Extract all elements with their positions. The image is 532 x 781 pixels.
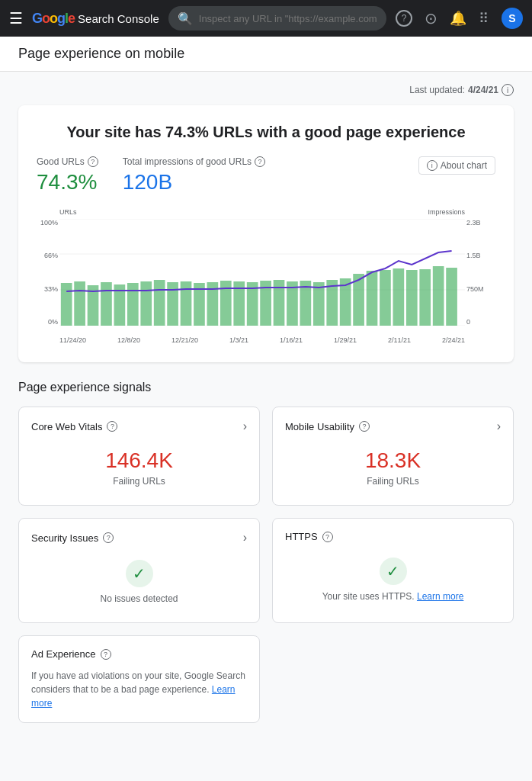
core-web-vitals-chevron-icon[interactable]: ›: [243, 419, 247, 433]
help-icon[interactable]: ?: [396, 10, 412, 27]
core-web-vitals-body: 146.4K Failing URLs: [31, 442, 247, 493]
core-web-vitals-help-icon[interactable]: ?: [107, 421, 117, 432]
https-check-icon: ✓: [386, 562, 399, 580]
x-label-7: 2/24/21: [442, 336, 465, 344]
https-ok-text: Your site uses HTTPS. Learn more: [322, 591, 464, 602]
app-brand-label: Search Console: [78, 12, 159, 25]
hero-title: Your site has 74.3% URLs with a good pag…: [37, 124, 495, 141]
user-avatar[interactable]: S: [502, 8, 523, 29]
mobile-usability-value: 18.3K: [365, 448, 421, 473]
core-web-vitals-title: Core Web Vitals ?: [31, 421, 117, 432]
ad-experience-help-icon[interactable]: ?: [101, 649, 111, 660]
x-label-6: 2/11/21: [388, 336, 411, 344]
svg-rect-33: [446, 268, 457, 326]
nav-actions: ? ⊙ 🔔 ⠿ S: [396, 8, 523, 29]
security-ok-text: No issues detected: [100, 593, 178, 604]
y-right-label-0: 2.3B: [466, 219, 481, 227]
chart-svg: [59, 219, 465, 326]
mobile-usability-chevron-icon[interactable]: ›: [497, 419, 501, 433]
y-right-label-2: 750M: [466, 285, 484, 293]
https-learn-more-link[interactable]: Learn more: [417, 591, 463, 602]
apps-icon[interactable]: ⠿: [479, 10, 489, 27]
x-axis-labels: 11/24/20 12/8/20 12/21/20 1/3/21 1/16/21…: [59, 336, 465, 344]
notifications-icon[interactable]: 🔔: [450, 10, 466, 27]
svg-rect-28: [380, 270, 391, 326]
search-icon: 🔍: [178, 11, 193, 26]
signals-section: Page experience signals Core Web Vitals …: [18, 381, 514, 723]
impressions-value: 120B: [123, 170, 265, 194]
y-axis-impressions-label: Impressions: [428, 208, 465, 216]
security-issues-chevron-icon[interactable]: ›: [243, 531, 247, 545]
main-content: Last updated: 4/24/21 i Your site has 74…: [0, 72, 532, 754]
signal-card-security-issues: Security Issues ? › ✓ No issues detected: [18, 518, 260, 623]
mobile-usability-help-icon[interactable]: ?: [359, 421, 370, 432]
security-issues-help-icon[interactable]: ?: [103, 532, 114, 543]
x-label-0: 11/24/20: [59, 336, 86, 344]
https-body: ✓ Your site uses HTTPS. Learn more: [285, 551, 501, 608]
svg-rect-27: [367, 271, 378, 326]
core-web-vitals-metric-label: Failing URLs: [113, 476, 165, 487]
y-left-label-1: 66%: [44, 252, 58, 259]
core-web-vitals-header: Core Web Vitals ? ›: [31, 419, 247, 433]
about-chart-button[interactable]: i About chart: [418, 156, 495, 175]
svg-rect-5: [74, 281, 85, 326]
search-input[interactable]: [199, 13, 377, 24]
x-label-2: 12/21/20: [171, 336, 198, 344]
svg-rect-30: [406, 270, 418, 326]
info-icon: i: [427, 160, 437, 171]
mobile-usability-body: 18.3K Failing URLs: [285, 442, 501, 493]
last-updated-label: Last updated:: [409, 85, 465, 95]
account-circle-icon[interactable]: ⊙: [425, 9, 437, 27]
y-left-label-2: 33%: [44, 285, 58, 293]
y-left-label-3: 0%: [48, 318, 58, 326]
x-label-4: 1/16/21: [280, 336, 303, 344]
last-updated-info-icon[interactable]: i: [502, 84, 514, 96]
svg-rect-23: [313, 282, 325, 326]
signals-title: Page experience signals: [18, 381, 514, 394]
signal-card-ad-experience: Ad Experience ? If you have ad violation…: [18, 635, 260, 723]
svg-rect-11: [154, 280, 165, 326]
menu-icon[interactable]: ☰: [9, 9, 23, 27]
chart-area: URLs Impressions: [59, 219, 465, 326]
signals-grid: Core Web Vitals ? › 146.4K Failing URLs …: [18, 407, 514, 723]
ad-experience-header: Ad Experience ?: [31, 648, 247, 660]
good-urls-metric: Good URLs ? 74.3%: [37, 156, 98, 194]
core-web-vitals-value: 146.4K: [105, 448, 173, 473]
svg-rect-9: [127, 283, 139, 326]
impressions-label: Total impressions of good URLs ?: [123, 156, 265, 167]
signal-card-https: HTTPS ? ✓ Your site uses HTTPS. Learn mo…: [272, 518, 514, 623]
svg-rect-4: [61, 283, 72, 326]
https-header: HTTPS ?: [285, 531, 501, 542]
svg-rect-10: [140, 281, 152, 326]
signal-card-core-web-vitals: Core Web Vitals ? › 146.4K Failing URLs: [18, 407, 260, 506]
last-updated-date: 4/24/21: [468, 85, 498, 95]
svg-rect-31: [419, 269, 431, 326]
y-left-label-0: 100%: [40, 219, 58, 227]
svg-rect-13: [181, 281, 192, 326]
security-ok-circle: ✓: [126, 560, 153, 587]
impressions-help-icon[interactable]: ?: [255, 156, 265, 167]
https-ok-circle: ✓: [380, 558, 407, 585]
x-label-3: 1/3/21: [229, 336, 248, 344]
y-right-label-3: 0: [466, 318, 470, 326]
https-help-icon[interactable]: ?: [322, 532, 333, 542]
page-title: Page experience on mobile: [18, 46, 514, 62]
y-axis-left-labels: 100% 66% 33% 0%: [37, 219, 58, 326]
x-label-5: 1/29/21: [334, 336, 357, 344]
hero-section: Your site has 74.3% URLs with a good pag…: [18, 105, 514, 362]
mobile-usability-header: Mobile Usability ? ›: [285, 419, 501, 433]
signal-card-mobile-usability: Mobile Usability ? › 18.3K Failing URLs: [272, 407, 514, 506]
good-urls-help-icon[interactable]: ?: [88, 156, 98, 167]
mobile-usability-title: Mobile Usability ?: [285, 421, 370, 432]
url-search-bar[interactable]: 🔍: [168, 6, 386, 31]
ad-experience-body: If you have ad violations on your site, …: [31, 669, 247, 710]
chart-container: 100% 66% 33% 0% 2.3B 1.5B 750M 0 URLs Im…: [37, 207, 495, 344]
page-header: Page experience on mobile: [0, 37, 532, 72]
svg-rect-7: [101, 282, 112, 326]
impressions-metric: Total impressions of good URLs ? 120B: [123, 156, 265, 194]
good-urls-value: 74.3%: [37, 170, 98, 194]
security-issues-title: Security Issues ?: [31, 532, 114, 544]
svg-rect-32: [433, 266, 444, 326]
y-axis-urls-label: URLs: [59, 208, 77, 216]
svg-rect-16: [220, 281, 232, 326]
